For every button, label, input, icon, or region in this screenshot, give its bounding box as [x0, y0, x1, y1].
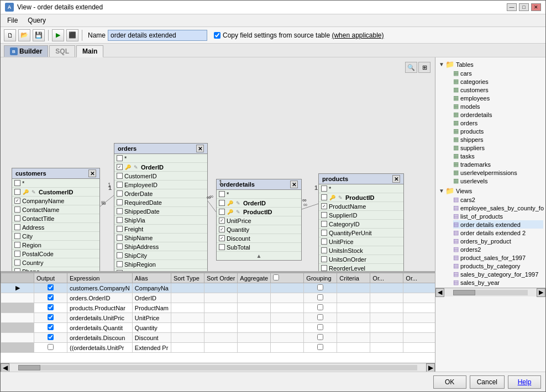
grid-grouping-check-4[interactable]: [271, 313, 304, 323]
grid-grouping-1[interactable]: [304, 283, 337, 293]
prod-unitsonorder-check[interactable]: [321, 256, 327, 262]
orders-shipcity-check[interactable]: [117, 252, 123, 258]
grid-or1-5[interactable]: [370, 323, 403, 333]
grid-sort-type-7[interactable]: [171, 343, 204, 353]
grid-criteria-1[interactable]: [337, 283, 370, 293]
close-button[interactable]: ✕: [531, 3, 541, 11]
tree-view-cars2[interactable]: ▤ cars2: [453, 195, 543, 204]
tree-item-userlevels[interactable]: ▦ userlevels: [453, 177, 543, 185]
grid-output-6[interactable]: [34, 333, 67, 343]
right-hscroll-thumb[interactable]: [453, 290, 475, 295]
customers-address-check[interactable]: [14, 224, 20, 230]
grid-grouping-check-2[interactable]: [271, 293, 304, 303]
tree-view-sales-by-year[interactable]: ▤ sales_by_year: [453, 278, 543, 287]
grid-output-4[interactable]: [34, 313, 67, 323]
hscroll-thumb[interactable]: [18, 365, 40, 370]
grid-output-7[interactable]: [34, 343, 67, 353]
grid-output-5[interactable]: [34, 323, 67, 333]
hscroll-left[interactable]: ◀: [1, 363, 9, 372]
grid-or2-6[interactable]: [403, 333, 435, 343]
right-hscroll-track[interactable]: [453, 290, 528, 295]
grid-or1-2[interactable]: [370, 293, 403, 303]
table-row[interactable]: ((orderdetails.UnitPr Extended Pr: [1, 343, 435, 353]
prod-unitsinstock-check[interactable]: [321, 247, 327, 253]
grid-grouping-check-5[interactable]: [271, 323, 304, 333]
grid-criteria-4[interactable]: [337, 313, 370, 323]
tree-item-orderdetails[interactable]: ▦ orderdetails: [453, 110, 543, 119]
grid-sort-order-1[interactable]: [204, 283, 237, 293]
tree-view-products-by-category[interactable]: ▤ products_by_category: [453, 262, 543, 270]
toolbar-stop[interactable]: ⬛: [66, 29, 78, 41]
orders-orderid-check[interactable]: [117, 164, 123, 170]
table-row[interactable]: orderdetails.Quantit Quantity: [1, 323, 435, 333]
od-unitprice-check[interactable]: [219, 218, 225, 224]
prod-productid-check[interactable]: [321, 194, 327, 200]
grid-aggregate-4[interactable]: [238, 313, 271, 323]
grid-alias-2[interactable]: OrderID: [132, 293, 171, 303]
orders-orderdate-check[interactable]: [117, 190, 123, 197]
tree-item-categories[interactable]: ▦ categories: [453, 77, 543, 86]
hscroll-right[interactable]: ▶: [426, 363, 435, 372]
help-button[interactable]: Help: [508, 375, 541, 389]
grid-grouping-7[interactable]: [304, 343, 337, 353]
tree-item-cars[interactable]: ▦ cars: [453, 69, 543, 77]
menu-file[interactable]: File: [3, 15, 22, 25]
grid-or2-1[interactable]: [403, 283, 435, 293]
grid-expr-3[interactable]: products.ProductNar: [67, 303, 133, 313]
tree-views-section[interactable]: ▼ 📁 Views: [438, 186, 543, 195]
grid-or2-3[interactable]: [403, 303, 435, 313]
tree-view-order-details-extended-2[interactable]: ▤ order details extended 2: [453, 229, 543, 237]
tree-tables-toggle[interactable]: ▼: [438, 61, 445, 67]
tree-views-toggle[interactable]: ▼: [438, 188, 445, 194]
grid-sort-type-5[interactable]: [171, 323, 204, 333]
menu-query[interactable]: Query: [23, 15, 50, 25]
prod-productname-check[interactable]: [321, 203, 327, 209]
grid-criteria-2[interactable]: [337, 293, 370, 303]
tree-view-product-sales-1997[interactable]: ▤ product_sales_for_1997: [453, 253, 543, 262]
hscroll-track[interactable]: [18, 365, 417, 370]
tab-builder[interactable]: B Builder: [4, 45, 48, 57]
od-productid-check[interactable]: [219, 209, 225, 215]
diagram-search-btn[interactable]: 🔍: [405, 62, 417, 73]
right-hscroll-left[interactable]: ◀: [435, 288, 444, 297]
grid-expr-4[interactable]: orderdetails.UnitPric: [67, 313, 133, 323]
diagram-area[interactable]: ∞ 1 ∞ ∞ customers ✕: [1, 57, 435, 272]
toolbar-run[interactable]: ▶: [52, 29, 64, 41]
grid-grouping-4[interactable]: [304, 313, 337, 323]
grid-alias-5[interactable]: Quantity: [132, 323, 171, 333]
grid-aggregate-2[interactable]: [238, 293, 271, 303]
grid-aggregate-5[interactable]: [238, 323, 271, 333]
grid-aggregate-7[interactable]: [238, 343, 271, 353]
grid-criteria-3[interactable]: [337, 303, 370, 313]
orders-star-check[interactable]: [117, 155, 123, 161]
toolbar-save[interactable]: 💾: [33, 29, 45, 41]
table-orders[interactable]: orders ✕ * 🔑 ✎ OrderID: [114, 143, 208, 272]
grid-or2-4[interactable]: [403, 313, 435, 323]
grid-or2-2[interactable]: [403, 293, 435, 303]
cancel-button[interactable]: Cancel: [470, 375, 505, 389]
minimize-button[interactable]: —: [507, 3, 517, 11]
od-scroll[interactable]: ▲: [217, 252, 301, 260]
grid-sort-order-5[interactable]: [204, 323, 237, 333]
grid-or2-5[interactable]: [403, 323, 435, 333]
od-star-check[interactable]: [219, 191, 225, 197]
grid-criteria-7[interactable]: [337, 343, 370, 353]
tree-item-models[interactable]: ▦ models: [453, 102, 543, 110]
toolbar-new[interactable]: 🗋: [4, 29, 16, 41]
tab-main[interactable]: Main: [76, 45, 103, 57]
tree-item-suppliers[interactable]: ▦ suppliers: [453, 144, 543, 152]
table-orderdetails-header[interactable]: orderdetails ✕: [217, 179, 301, 190]
grid-or1-7[interactable]: [370, 343, 403, 353]
customers-companyname-check[interactable]: [14, 198, 20, 204]
right-hscroll[interactable]: ◀ ▶: [435, 288, 545, 296]
grid-grouping-3[interactable]: [304, 303, 337, 313]
table-row[interactable]: orderdetails.Discoun Discount: [1, 333, 435, 343]
grid-alias-3[interactable]: ProductNam: [132, 303, 171, 313]
table-customers-close[interactable]: ✕: [88, 169, 96, 177]
table-products[interactable]: products ✕ * 🔑 ✎ ProductID: [318, 173, 404, 272]
grid-sort-type-1[interactable]: [171, 283, 204, 293]
table-products-close[interactable]: ✕: [392, 175, 400, 183]
table-orderdetails[interactable]: orderdetails ✕ * 🔑 ✎ OrderID: [216, 179, 302, 261]
grid-aggregate-3[interactable]: [238, 303, 271, 313]
tree-view-employee-sales[interactable]: ▤ employee_sales_by_county_fo: [453, 204, 543, 212]
